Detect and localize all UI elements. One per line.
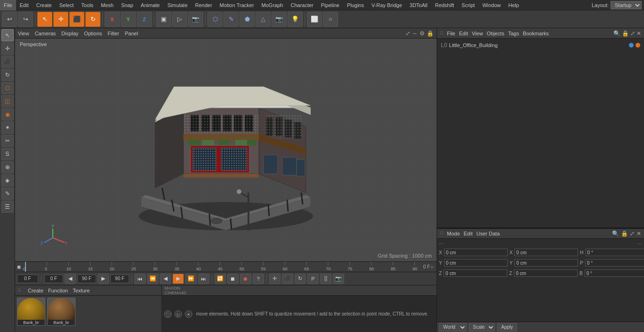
pb-pivot-btn[interactable]: P [307,274,319,284]
floor-btn[interactable]: ⬜ [307,12,322,27]
left-tool-rotate[interactable]: ↻ [1,69,14,81]
scale-tool[interactable]: ⬛ [69,12,84,27]
end-frame-field[interactable] [77,275,96,283]
attr-menu-mode[interactable]: Mode [447,231,460,236]
scale-dropdown[interactable]: Scale Size [469,323,495,332]
menu-pipeline[interactable]: Pipeline [317,0,343,10]
attr-expand-icon[interactable]: ⤢ [630,230,635,237]
attr-z1-field[interactable] [444,269,507,277]
status-icon-btn[interactable]: ⬛ [164,310,172,318]
attr-menu-edit[interactable]: Edit [464,231,473,236]
layout-dropdown[interactable]: Startup [611,1,642,9]
menu-script[interactable]: Script [458,0,479,10]
mat-menu-function[interactable]: Function [48,288,68,293]
menu-help[interactable]: Help [504,0,523,10]
obj-expand-icon[interactable]: ⤢ [630,30,635,37]
left-tool-group[interactable]: ☰ [1,201,14,213]
attr-search-icon[interactable]: 🔍 [612,230,619,237]
obj-menu-objects[interactable]: Objects [487,31,504,36]
menu-plugins[interactable]: Plugins [343,0,368,10]
light-btn[interactable]: 💡 [288,12,303,27]
menu-create[interactable]: Create [33,0,56,10]
attr-h-field[interactable] [586,249,644,256]
status-play-btn[interactable]: ▷ [174,310,182,318]
left-tool-move[interactable]: ✛ [1,42,14,55]
mat-menu-create[interactable]: Create [28,288,43,293]
pb-cam-btn[interactable]: 📷 [333,274,344,284]
obj-search-icon[interactable]: 🔍 [613,30,620,37]
left-tool-point[interactable]: ◉ [1,108,14,121]
obj-dot-orange[interactable] [636,43,640,48]
obj-menu-view[interactable]: View [472,31,483,36]
rotate-tool[interactable]: ↻ [85,12,100,27]
end-frame-stepper[interactable]: ▶ [98,274,109,284]
redo-button[interactable]: ↪ [18,12,33,27]
timeline-arrow-right[interactable]: ▶ [431,264,435,269]
menu-window[interactable]: Window [479,0,504,10]
start-frame-field[interactable] [44,275,63,283]
deform-btn[interactable]: ⬟ [239,12,255,27]
world-dropdown[interactable]: World Object [439,323,467,332]
pen-btn[interactable]: ✎ [223,12,239,27]
obj-lock-icon[interactable]: 🔒 [622,30,629,37]
left-tool-edge[interactable]: ◫ [1,95,14,107]
attr-z2-field[interactable] [514,269,578,277]
toolbar-x-axis[interactable]: X [105,12,120,27]
obj-close-icon[interactable]: ✕ [636,30,641,37]
menu-redshift[interactable]: Redshift [431,0,458,10]
play-back-btn[interactable]: ◀ [160,274,171,284]
obj-menu-edit[interactable]: Edit [459,31,468,36]
vp-menu-panel[interactable]: Panel [125,31,138,36]
menu-animate[interactable]: Animate [137,0,164,10]
attr-menu-userdata[interactable]: User Data [477,231,500,236]
menu-tools[interactable]: Tools [77,0,97,10]
step-forward-btn[interactable]: ⏩ [185,274,197,284]
attr-x1-field[interactable] [444,249,508,256]
toolbar-z-axis[interactable]: Z [137,12,152,27]
vp-menu-filter[interactable]: Filter [107,31,119,36]
attr-x2-field[interactable] [514,249,578,256]
menu-mesh[interactable]: Mesh [97,0,117,10]
vp-menu-display[interactable]: Display [61,31,78,36]
sky-btn[interactable]: ○ [323,12,338,27]
gen-btn[interactable]: △ [256,12,271,27]
menu-snap[interactable]: Snap [117,0,137,10]
vp-settings-icon[interactable]: ⚙ [420,30,425,37]
camera-btn[interactable]: 📷 [272,12,287,27]
menu-motion-tracker[interactable]: Motion Tracker [216,0,258,10]
left-tool-spline[interactable]: ✶ [1,121,14,134]
select-tool[interactable]: ↖ [37,12,52,27]
left-tool-scale[interactable]: ⬛ [1,56,14,68]
left-tool-brush[interactable]: ⊕ [1,161,14,173]
render-region-btn[interactable]: ▣ [156,12,171,27]
jump-start-btn[interactable]: ⏮ [134,274,146,284]
play-forward-btn[interactable]: ▶ [173,274,184,284]
menu-file[interactable]: File [0,0,16,10]
menu-render[interactable]: Render [191,0,216,10]
attr-p-field[interactable] [585,259,644,267]
material-thumb-1[interactable]: Bank_br [47,298,75,326]
cube-btn[interactable]: ⬡ [207,12,223,27]
menu-character[interactable]: Character [287,0,317,10]
vp-arrow-icon[interactable]: ↔ [412,30,418,37]
material-thumb-0[interactable]: Bank_br [17,298,45,326]
end2-frame-field[interactable] [110,275,129,283]
pb-grid-btn[interactable]: ⣿ [320,274,331,284]
status-x-btn[interactable]: ✕ [185,310,192,318]
attr-close-icon[interactable]: ✕ [636,230,641,237]
left-tool-magnet[interactable]: S [1,148,14,160]
move-tool[interactable]: ✛ [53,12,68,27]
jump-end-btn[interactable]: ⏭ [198,274,209,284]
vp-menu-view[interactable]: View [18,31,29,36]
left-tool-pen[interactable]: ✎ [1,187,14,200]
vp-expand-icon[interactable]: ⤢ [405,30,410,37]
undo-button[interactable]: ↩ [2,12,17,27]
mat-menu-texture[interactable]: Texture [73,288,90,293]
stop-btn[interactable]: ⏹ [227,274,239,284]
vp-menu-cameras[interactable]: Cameras [35,31,56,36]
left-tool-poly[interactable]: ⬡ [1,82,14,94]
attr-lock-icon[interactable]: 🔒 [621,230,628,237]
vp-lock-icon[interactable]: 🔒 [427,30,434,37]
obj-menu-file[interactable]: File [447,31,455,36]
attr-y1-field[interactable] [444,259,508,267]
